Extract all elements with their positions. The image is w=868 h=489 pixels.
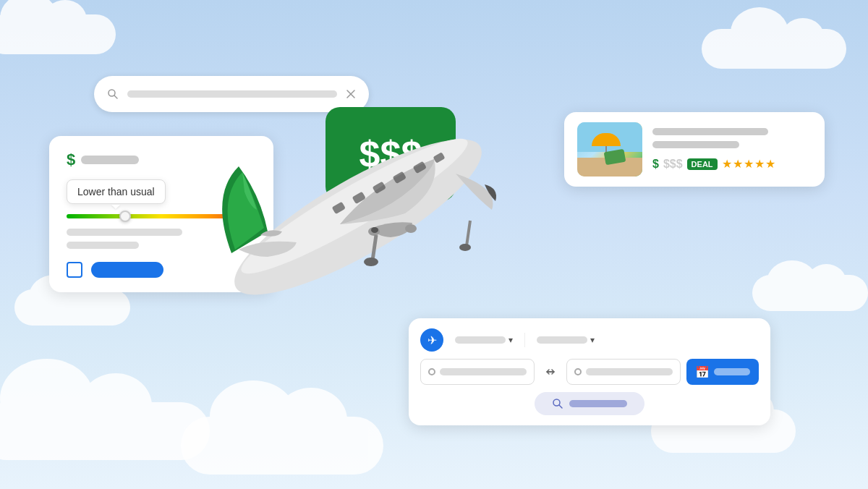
svg-point-14 xyxy=(371,227,378,233)
deal-badge: DEAL xyxy=(687,158,718,170)
class-bar xyxy=(537,336,587,344)
chevron-down-icon: ▾ xyxy=(509,335,513,345)
origin-circle-icon xyxy=(428,368,435,375)
deal-title-bar2 xyxy=(652,141,739,148)
airplane-illustration xyxy=(166,94,528,340)
trip-type-dropdown[interactable]: ▾ xyxy=(449,332,519,348)
date-button[interactable]: 📅 xyxy=(686,359,759,385)
price-card-line1 xyxy=(67,229,182,236)
tooltip-text: Lower than usual xyxy=(77,186,155,197)
cloud-top-right xyxy=(702,29,846,69)
dest-bar xyxy=(586,368,673,375)
deal-stars: ★★★★★ xyxy=(722,157,776,171)
checkbox[interactable] xyxy=(67,262,82,278)
svg-point-18 xyxy=(364,258,378,266)
tooltip-bubble: Lower than usual xyxy=(67,179,166,204)
swap-button[interactable] xyxy=(540,362,561,382)
deal-title-bar1 xyxy=(652,128,768,135)
origin-bar xyxy=(440,368,527,375)
price-dollar-icon: $ xyxy=(67,150,75,169)
trip-type-bar xyxy=(455,336,506,344)
dest-circle-icon xyxy=(574,368,582,375)
deal-dollar-active: $ xyxy=(652,158,659,171)
calendar-icon: 📅 xyxy=(695,365,710,379)
flights-plane-icon: ✈ xyxy=(420,328,443,352)
dest-input[interactable] xyxy=(566,359,681,385)
flights-top-row: ✈ ▾ ▾ xyxy=(420,328,759,352)
cloud-bottom-mid xyxy=(181,417,383,475)
price-bar xyxy=(81,156,139,164)
deal-image xyxy=(577,122,642,177)
class-dropdown[interactable]: ▾ xyxy=(531,332,600,348)
flights-search-row xyxy=(420,392,759,415)
origin-input[interactable] xyxy=(420,359,535,385)
action-button[interactable] xyxy=(91,262,163,278)
cloud-bottom-left xyxy=(0,402,210,460)
deal-dollar-inactive: $$$ xyxy=(663,158,683,171)
flights-inputs-row: 📅 xyxy=(420,359,759,385)
svg-point-13 xyxy=(405,224,417,233)
umbrella-top xyxy=(592,133,621,146)
search-icon xyxy=(106,87,120,101)
deal-badges: $ $$$ DEAL ★★★★★ xyxy=(652,157,812,171)
deal-info: $ $$$ DEAL ★★★★★ xyxy=(652,128,812,171)
slider-thumb[interactable] xyxy=(119,211,131,222)
svg-line-15 xyxy=(467,221,470,246)
svg-point-16 xyxy=(459,244,471,251)
svg-line-20 xyxy=(559,405,562,408)
plane-glyph: ✈ xyxy=(427,333,437,347)
cloud-mid-left xyxy=(14,289,130,326)
cloud-mid-right xyxy=(752,275,868,311)
deal-card: $ $$$ DEAL ★★★★★ xyxy=(564,112,825,187)
date-bar xyxy=(714,368,750,375)
separator xyxy=(524,333,525,347)
chevron-down-icon-2: ▾ xyxy=(590,335,595,345)
svg-point-5 xyxy=(231,124,477,289)
cloud-top-left xyxy=(0,14,116,54)
flights-search-button[interactable] xyxy=(535,392,644,415)
search-btn-bar xyxy=(569,400,627,407)
flights-widget: ✈ ▾ ▾ 📅 xyxy=(409,318,770,425)
svg-line-1 xyxy=(114,95,117,98)
price-card-line2 xyxy=(67,242,139,249)
